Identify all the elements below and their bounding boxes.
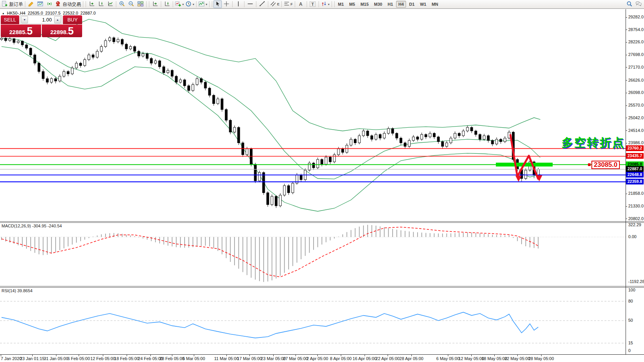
time-axis-label: 5 Mar 05:00	[183, 356, 205, 361]
indicator-axis2-icon	[164, 1, 170, 8]
timeframe-h1-button[interactable]: H1	[385, 1, 395, 8]
pane-divider[interactable]	[0, 286, 644, 286]
separator	[196, 1, 197, 7]
mt4-terminal: 新订单 自动交易 ▾ ▾ ▾ E	[0, 0, 644, 362]
timeframe-h4-button[interactable]: H4	[396, 1, 406, 8]
tile-windows-button[interactable]	[136, 0, 145, 8]
price-axis-label: 20802.0	[628, 216, 644, 221]
clock-icon	[185, 1, 192, 8]
separator	[209, 1, 210, 7]
price-axis-tick	[626, 219, 627, 219]
search-button[interactable]	[625, 0, 634, 8]
sell-price-display[interactable]: 22885 . 5	[1, 25, 41, 37]
chevron-down-icon: ▾	[193, 3, 194, 6]
new-order-button[interactable]: 新订单	[1, 0, 24, 8]
price-axis[interactable]: 29282.028754.028226.027698.027170.026626…	[626, 0, 644, 362]
price-axis-label: 25042.0	[628, 115, 644, 120]
text-tool-button[interactable]: A	[296, 0, 305, 8]
time-axis-label: 7 Jan 2020	[1, 356, 21, 361]
time-axis-label: 2 Apr 05:00	[307, 356, 328, 361]
price-axis-label: 28226.0	[628, 39, 644, 44]
rsi-axis-label: 100	[628, 288, 635, 292]
one-click-trading-panel: SELL ▼ 1.00 ▲ BUY 22885 . 5 22898 . 5	[1, 15, 82, 37]
separator	[149, 1, 149, 7]
add-indicator-button[interactable]: ▾	[174, 0, 185, 8]
callout-handle[interactable]	[588, 163, 591, 166]
search-icon	[626, 1, 632, 8]
timeframe-w1-button[interactable]: W1	[418, 1, 429, 8]
timeframe-m5-button[interactable]: M5	[347, 1, 357, 8]
timeframe-mn-button[interactable]: MN	[429, 1, 441, 8]
buy-label: BUY	[68, 17, 78, 23]
rsi-indicator-pane[interactable]	[0, 287, 626, 354]
horizontal-line-icon	[247, 1, 253, 8]
bar-marker-icon: ▲	[2, 12, 5, 15]
cursor-tool-button[interactable]	[213, 0, 222, 8]
autotrading-label: 自动交易	[63, 1, 81, 8]
price-axis-label: 21330.0	[628, 204, 644, 208]
auto-scroll-icon	[98, 1, 104, 8]
community-chat-button[interactable]	[634, 0, 643, 8]
zoom-in-icon	[119, 1, 125, 8]
main-price-chart[interactable]	[0, 9, 626, 222]
price-axis-tick	[626, 55, 627, 55]
price-axis-tick	[626, 42, 627, 43]
separator	[161, 1, 161, 7]
buy-price-display[interactable]: 22898 . 5	[42, 25, 82, 37]
channel-tool-button[interactable]: E	[269, 0, 280, 8]
indicator-window-button[interactable]	[150, 0, 160, 8]
price-callout-label[interactable]: 23085.0	[591, 161, 620, 169]
chart-ohlc-header: ▲ HK50-,H4 22635.0 23107.5 22532.0 22887…	[2, 11, 96, 15]
styler-button[interactable]	[26, 0, 36, 8]
indicator-window2-button[interactable]	[162, 0, 172, 8]
sell-button[interactable]: SELL	[1, 15, 19, 24]
time-axis-label: 18 Feb 05:00	[114, 356, 139, 361]
macd-label: MACD(12,26,9) -304.95 -240.54	[2, 224, 62, 228]
arrows-tool-button[interactable]: ▾	[320, 0, 330, 8]
buy-price-big-digit: 5	[68, 26, 74, 36]
time-axis[interactable]: 7 Jan 202023 Jan 01:1531 Jan 05:006 Feb …	[0, 354, 644, 362]
time-axis-label: 31 Jan 05:00	[44, 356, 68, 361]
timeframe-d1-button[interactable]: D1	[407, 1, 417, 8]
new-chart-window-button[interactable]	[36, 0, 45, 8]
separator	[232, 1, 233, 7]
label-tool-button[interactable]: T	[308, 0, 317, 8]
zoom-out-button[interactable]	[127, 0, 136, 8]
time-axis-label: 6 May 05:00	[436, 356, 460, 361]
fibonacci-tool-button[interactable]: F	[283, 0, 294, 8]
separator	[334, 1, 335, 7]
alerts-button[interactable]	[45, 0, 54, 8]
time-axis-label: 28 Apr 05:00	[400, 356, 423, 361]
turning-point-annotation[interactable]: 多空转折点	[561, 135, 625, 151]
crosshair-tool-button[interactable]	[222, 0, 231, 8]
chart-foreground-button[interactable]	[106, 0, 115, 8]
volume-down-button[interactable]: ▼	[21, 16, 28, 23]
pane-divider[interactable]	[0, 221, 644, 222]
separator	[332, 1, 332, 7]
time-axis-label: 6 Feb 05:00	[68, 356, 90, 361]
macd-indicator-pane[interactable]	[0, 222, 626, 286]
vline-tool-button[interactable]	[234, 0, 243, 8]
periods-button[interactable]: ▾	[185, 0, 195, 8]
auto-scroll-button[interactable]	[96, 0, 106, 8]
close-value: 22887.0	[81, 11, 96, 15]
price-level-chip: 23760.2	[626, 145, 644, 151]
hline-tool-button[interactable]	[246, 0, 255, 8]
rsi-label: RSI(14) 39.8654	[2, 288, 33, 293]
buy-button[interactable]: BUY	[63, 15, 82, 24]
time-axis-label: 27 Mar 05:00	[283, 356, 308, 361]
chart-type-button[interactable]: ▾	[198, 0, 208, 8]
timeframe-m15-button[interactable]: M15	[358, 1, 371, 8]
price-axis-label: 26626.0	[628, 78, 644, 82]
macd-axis-label: -1192.28	[628, 279, 644, 284]
zoom-in-button[interactable]	[117, 0, 127, 8]
timeframe-m30-button[interactable]: M30	[372, 1, 385, 8]
volume-value[interactable]: 1.00	[29, 17, 53, 23]
chart-shift-button[interactable]	[87, 0, 96, 8]
autotrading-button[interactable]: 自动交易	[54, 0, 82, 8]
volume-up-button[interactable]: ▲	[54, 16, 61, 23]
arrows-icon	[321, 1, 327, 8]
timeframe-m1-button[interactable]: M1	[336, 1, 346, 8]
trendline-tool-button[interactable]	[258, 0, 267, 8]
pane-divider	[0, 287, 644, 288]
